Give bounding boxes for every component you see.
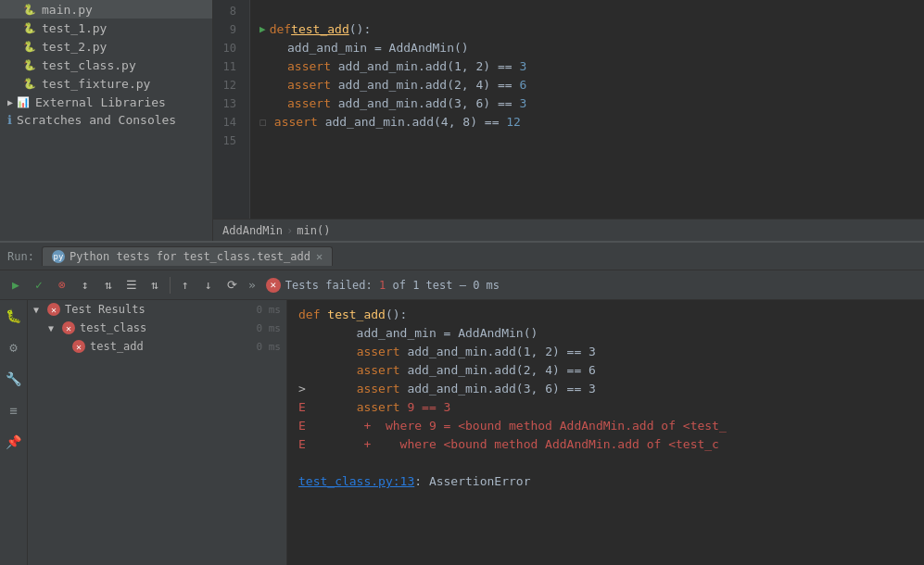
breadcrumb-method: min() <box>297 224 330 237</box>
wrench-icon[interactable]: 🔧 <box>4 369 24 389</box>
breadcrumb: AddAndMin › min() <box>213 219 924 241</box>
code-lines[interactable]: ▶ def test_add(): add_and_min = AddAndMi… <box>250 0 924 219</box>
output-line-1: def test_add(): <box>298 306 913 324</box>
code-line-12: assert add_and_min.add(2, 4) == 6 <box>259 76 924 94</box>
external-libraries-label: External Libraries <box>35 95 166 109</box>
run-gutter-icon[interactable]: ▶ <box>259 20 266 39</box>
sidebar-item-scratches[interactable]: ℹ Scratches and Consoles <box>0 111 212 129</box>
error-link[interactable]: test_class.py:13 <box>298 474 414 488</box>
run-tab-bar: Run: py Python tests for test_class.test… <box>0 243 924 270</box>
output-line-2: add_and_min = AddAndMin() <box>298 324 913 343</box>
python-tab-icon: py <box>52 250 65 263</box>
expand-arrow: » <box>248 278 256 292</box>
code-line-8 <box>259 2 924 20</box>
code-editor: 8 9 10 11 12 13 14 15 ▶ def test_add(): … <box>213 0 924 241</box>
tree-item-test-add[interactable]: ✕ test_add 0 ms <box>28 337 286 356</box>
sidebar-item-external-libraries[interactable]: ▶ 📊 External Libraries <box>0 93 212 111</box>
run-toolbar: ▶ ✓ ⊗ ↕ ⇅ ☰ ⇅ ↑ ↓ ⟳ » ✕ Tests failed: 1 … <box>0 270 924 300</box>
fail-circle-icon: ✕ <box>47 303 60 316</box>
expand-icon: ▼ <box>33 305 44 315</box>
py-file-icon: 🐍 <box>22 39 37 54</box>
line-numbers: 8 9 10 11 12 13 14 15 <box>213 0 250 219</box>
output-line-link: test_class.py:13: AssertionError <box>298 472 913 491</box>
tree-class-label: test_class <box>80 321 249 334</box>
output-line-8: E + where <bound method AddAndMin.add of… <box>298 435 913 454</box>
sidebar-label: main.py <box>42 3 93 17</box>
expand-icon: ▼ <box>48 323 59 333</box>
run-tab-label: Python tests for test_class.test_add <box>70 250 310 263</box>
panel-content: 🐛 ⚙ 🔧 ≡ 📌 ▼ ✕ Test Results 0 ms ▼ ✕ test… <box>0 300 924 565</box>
test-tree: ▼ ✕ Test Results 0 ms ▼ ✕ test_class 0 m… <box>28 300 287 565</box>
fail-circle-icon: ✕ <box>72 340 85 353</box>
output-panel[interactable]: def test_add(): add_and_min = AddAndMin(… <box>287 300 924 565</box>
status-text: Tests failed: <box>285 279 373 292</box>
breadcrumb-class: AddAndMin <box>222 224 283 237</box>
sidebar-label: test_fixture.py <box>42 77 150 91</box>
output-line-6: E assert 9 == 3 <box>298 398 913 417</box>
pin-icon[interactable]: 📌 <box>4 432 24 452</box>
code-line-9: ▶ def test_add(): <box>259 20 924 39</box>
sidebar-item-test-fixture-py[interactable]: 🐍 test_fixture.py <box>0 74 212 93</box>
sidebar-label: test_2.py <box>42 40 107 54</box>
code-line-10: add_and_min = AddAndMin() <box>259 39 924 57</box>
expand-arrow-icon: ▶ <box>7 97 13 107</box>
sort2-button[interactable]: ⇅ <box>98 275 119 295</box>
tree-test-label: test_add <box>90 340 249 353</box>
code-line-11: assert add_and_min.add(1, 2) == 3 <box>259 57 924 76</box>
output-line-5: > assert add_and_min.add(3, 6) == 3 <box>298 380 913 398</box>
sidebar-label: test_class.py <box>42 58 136 72</box>
sidebar-item-test1-py[interactable]: 🐍 test_1.py <box>0 19 212 37</box>
total-text: of 1 test – 0 ms <box>392 279 500 292</box>
bottom-panel: Run: py Python tests for test_class.test… <box>0 241 924 565</box>
breadcrumb-separator: › <box>286 224 293 237</box>
layers-icon[interactable]: ≡ <box>4 400 24 421</box>
output-line-7: E + where 9 = <bound method AddAndMin.ad… <box>298 417 913 435</box>
tree-label: Test Results <box>65 303 249 316</box>
code-line-15 <box>259 132 924 150</box>
up-button[interactable]: ↑ <box>175 275 196 295</box>
run-button[interactable]: ▶ <box>6 275 26 295</box>
fail-icon: ✕ <box>266 278 281 293</box>
debug-icon[interactable]: 🐛 <box>4 306 24 326</box>
sidebar: 🐍 main.py 🐍 test_1.py 🐍 test_2.py 🐍 test… <box>0 0 213 241</box>
py-file-icon: 🐍 <box>22 57 37 72</box>
fail-circle-icon: ✕ <box>62 321 75 334</box>
run-tab[interactable]: py Python tests for test_class.test_add … <box>42 246 333 266</box>
tree-time: 0 ms <box>257 304 282 316</box>
tree-time: 0 ms <box>257 341 282 353</box>
toolbar-separator <box>170 277 171 294</box>
run-label: Run: <box>7 250 34 263</box>
check-button[interactable]: ✓ <box>29 275 49 295</box>
py-file-icon: 🐍 <box>22 76 37 91</box>
editor-area: 🐍 main.py 🐍 test_1.py 🐍 test_2.py 🐍 test… <box>0 0 924 241</box>
filter2-button[interactable]: ⇅ <box>145 275 165 295</box>
tree-item-test-class[interactable]: ▼ ✕ test_class 0 ms <box>28 319 286 337</box>
output-line-blank <box>298 454 913 472</box>
scratches-label: Scratches and Consoles <box>17 113 176 127</box>
scratches-icon: ℹ <box>7 113 12 127</box>
output-line-4: assert add_and_min.add(2, 4) == 6 <box>298 361 913 380</box>
stop-button[interactable]: ⊗ <box>52 275 72 295</box>
sidebar-item-main-py[interactable]: 🐍 main.py <box>0 0 212 19</box>
sort-button[interactable]: ↕ <box>75 275 95 295</box>
down-button[interactable]: ↓ <box>198 275 219 295</box>
sidebar-item-test2-py[interactable]: 🐍 test_2.py <box>0 37 212 56</box>
ext-libraries-icon: 📊 <box>16 94 31 109</box>
output-line-3: assert add_and_min.add(1, 2) == 3 <box>298 343 913 361</box>
fail-count: 1 <box>379 279 386 292</box>
tree-time: 0 ms <box>257 322 282 334</box>
code-content: 8 9 10 11 12 13 14 15 ▶ def test_add(): … <box>213 0 924 219</box>
sidebar-item-test-class-py[interactable]: 🐍 test_class.py <box>0 56 212 74</box>
filter-button[interactable]: ☰ <box>121 275 142 295</box>
py-file-icon: 🐍 <box>22 20 37 35</box>
left-icons: 🐛 ⚙ 🔧 ≡ 📌 <box>0 300 28 565</box>
sidebar-label: test_1.py <box>42 21 107 35</box>
py-file-icon: 🐍 <box>22 2 37 17</box>
tree-item-test-results[interactable]: ▼ ✕ Test Results 0 ms <box>28 300 286 319</box>
refresh-button[interactable]: ⟳ <box>222 275 242 295</box>
run-icon2[interactable]: ⚙ <box>4 337 24 358</box>
code-line-13: assert add_and_min.add(3, 6) == 3 <box>259 94 924 113</box>
code-line-14: ◻ assert add_and_min.add(4, 8) == 12 <box>259 113 924 132</box>
status-bar: ✕ Tests failed: 1 of 1 test – 0 ms <box>266 278 500 293</box>
tab-close-icon[interactable]: ✕ <box>316 250 323 263</box>
